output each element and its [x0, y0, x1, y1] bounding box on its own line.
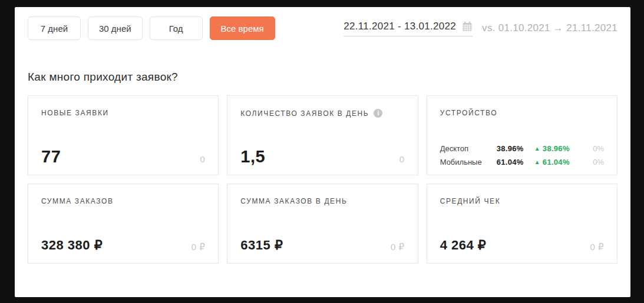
- card-compare-value: 0 ₽: [191, 242, 206, 252]
- comparison-range: vs. 01.10.2021 → 21.11.2021: [482, 22, 617, 34]
- toolbar: 7 дней 30 дней Год Все время 22.11.2021 …: [28, 16, 617, 40]
- card-new-requests: НОВЫЕ ЗАЯВКИ 77 0: [28, 95, 219, 175]
- period-button-all-time[interactable]: Все время: [210, 16, 275, 40]
- card-value: 328 380 ₽: [41, 238, 103, 253]
- card-title: НОВЫЕ ЗАЯВКИ: [41, 109, 205, 117]
- period-button-30-days[interactable]: 30 дней: [88, 16, 143, 40]
- card-avg-check: СРЕДНИЙ ЧЕК 4 264 ₽ 0 ₽: [427, 184, 617, 264]
- section-title: Как много приходит заявок?: [28, 71, 617, 84]
- card-value: 77: [41, 147, 61, 167]
- card-compare-value: 0: [200, 154, 205, 164]
- card-title: СУММА ЗАКАЗОВ: [41, 197, 205, 205]
- card-compare-value: 0 ₽: [590, 242, 604, 252]
- period-filter-group: 7 дней 30 дней Год Все время: [28, 16, 275, 40]
- calendar-icon[interactable]: [462, 21, 473, 32]
- up-arrow-icon: ▲: [534, 145, 540, 152]
- device-delta: ▲38.96%: [524, 144, 580, 153]
- device-row-desktop: Десктоп 38.96% ▲38.96% 0%: [440, 144, 604, 153]
- card-value: 4 264 ₽: [440, 238, 487, 253]
- dashboard-page: 7 дней 30 дней Год Все время 22.11.2021 …: [15, 7, 630, 297]
- card-device: УСТРОЙСТВО Десктоп 38.96% ▲38.96% 0% Моб…: [427, 95, 617, 175]
- card-requests-per-day: КОЛИЧЕСТВО ЗАЯВОК В ДЕНЬ i 1,5 0: [227, 95, 418, 175]
- period-button-7-days[interactable]: 7 дней: [28, 16, 81, 40]
- card-compare-value: 0 ₽: [391, 242, 405, 252]
- card-compare-value: 0: [399, 154, 405, 164]
- metric-cards-grid: НОВЫЕ ЗАЯВКИ 77 0 КОЛИЧЕСТВО ЗАЯВОК В ДЕ…: [28, 95, 617, 264]
- date-range-value: 22.11.2021 - 13.01.2022: [344, 21, 456, 32]
- device-row-mobile: Мобильные 61.04% ▲61.04% 0%: [440, 158, 604, 167]
- card-title: КОЛИЧЕСТВО ЗАЯВОК В ДЕНЬ i: [240, 109, 404, 118]
- card-title-label: КОЛИЧЕСТВО ЗАЯВОК В ДЕНЬ: [240, 109, 369, 118]
- date-area: 22.11.2021 - 13.01.2022: [344, 21, 617, 36]
- card-title: СУММА ЗАКАЗОВ В ДЕНЬ: [240, 197, 404, 205]
- info-icon[interactable]: i: [374, 109, 382, 118]
- device-label: Десктоп: [440, 144, 490, 153]
- device-value: 38.96%: [490, 144, 524, 153]
- date-range-picker[interactable]: 22.11.2021 - 13.01.2022: [344, 21, 473, 36]
- card-title: УСТРОЙСТВО: [440, 109, 604, 117]
- device-delta-value: 61.04%: [543, 158, 570, 167]
- period-button-year[interactable]: Год: [150, 16, 203, 40]
- page-frame: 7 дней 30 дней Год Все время 22.11.2021 …: [0, 0, 644, 303]
- device-label: Мобильные: [440, 158, 490, 167]
- device-value: 61.04%: [490, 158, 524, 167]
- up-arrow-icon: ▲: [534, 159, 540, 165]
- device-compare: 0%: [580, 144, 604, 153]
- card-orders-per-day: СУММА ЗАКАЗОВ В ДЕНЬ 6315 ₽ 0 ₽: [227, 184, 418, 264]
- card-value: 1,5: [240, 147, 265, 167]
- card-title: СРЕДНИЙ ЧЕК: [440, 197, 604, 205]
- card-orders-sum: СУММА ЗАКАЗОВ 328 380 ₽ 0 ₽: [28, 184, 219, 264]
- device-compare: 0%: [580, 158, 604, 167]
- device-delta-value: 38.96%: [543, 144, 570, 153]
- device-delta: ▲61.04%: [524, 158, 580, 167]
- device-breakdown: Десктоп 38.96% ▲38.96% 0% Мобильные 61.0…: [440, 144, 604, 167]
- card-value: 6315 ₽: [240, 238, 283, 253]
